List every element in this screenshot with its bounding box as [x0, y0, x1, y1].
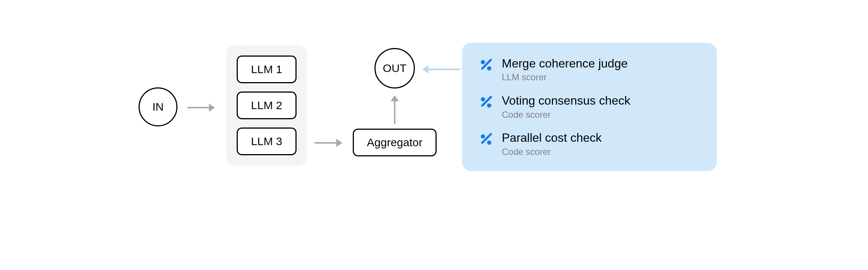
judge-text: Merge coherence judge LLM scorer — [502, 56, 628, 83]
arrow-line — [315, 142, 336, 144]
llm-label: LLM 2 — [251, 99, 282, 112]
node-in: IN — [139, 87, 177, 126]
llm-label: LLM 1 — [251, 63, 282, 76]
judge-title: Parallel cost check — [502, 130, 602, 145]
arrow-line — [394, 101, 395, 124]
percent-icon — [479, 95, 494, 110]
svg-point-4 — [487, 104, 491, 108]
judge-subtitle: Code scorer — [502, 147, 602, 158]
judges-panel: Merge coherence judge LLM scorer Voting … — [462, 43, 717, 171]
svg-point-6 — [481, 134, 485, 138]
judge-subtitle: LLM scorer — [502, 72, 628, 83]
llm-box-2: LLM 2 — [237, 92, 297, 119]
arrow-head-up-icon — [391, 95, 399, 101]
arrow-line — [187, 107, 209, 108]
arrow-line — [428, 69, 461, 70]
judge-item-2: Voting consensus check Code scorer — [479, 93, 700, 120]
svg-point-0 — [481, 60, 485, 64]
judge-item-3: Parallel cost check Code scorer — [479, 130, 700, 157]
judge-item-1: Merge coherence judge LLM scorer — [479, 56, 700, 83]
arrow-in-to-llms — [187, 104, 215, 112]
node-out-label: OUT — [383, 62, 406, 75]
node-aggregator: Aggregator — [353, 129, 437, 156]
arrow-aggregator-to-out — [391, 95, 399, 124]
judge-subtitle: Code scorer — [502, 110, 630, 120]
llm-label: LLM 3 — [251, 135, 282, 148]
llm-box-3: LLM 3 — [237, 128, 297, 155]
judge-text: Voting consensus check Code scorer — [502, 93, 630, 120]
judge-title: Voting consensus check — [502, 93, 630, 108]
percent-icon — [479, 58, 494, 73]
percent-icon — [479, 132, 494, 147]
arrow-judges-to-out — [422, 65, 461, 74]
arrow-head-left-icon — [422, 65, 428, 74]
arrow-head-right-icon — [209, 104, 215, 112]
llm-box-1: LLM 1 — [237, 56, 297, 83]
aggregator-label: Aggregator — [367, 136, 422, 149]
svg-point-3 — [481, 97, 485, 101]
llm-group: LLM 1 LLM 2 LLM 3 — [226, 45, 307, 166]
diagram-canvas: IN LLM 1 LLM 2 LLM 3 Aggregator OUT — [0, 0, 868, 270]
svg-point-1 — [487, 66, 491, 70]
arrow-llms-to-aggregator — [315, 139, 342, 147]
svg-point-7 — [487, 141, 491, 145]
node-in-label: IN — [152, 100, 164, 113]
arrow-head-right-icon — [336, 139, 342, 147]
node-out: OUT — [374, 48, 415, 88]
judge-text: Parallel cost check Code scorer — [502, 130, 602, 157]
judge-title: Merge coherence judge — [502, 56, 628, 70]
